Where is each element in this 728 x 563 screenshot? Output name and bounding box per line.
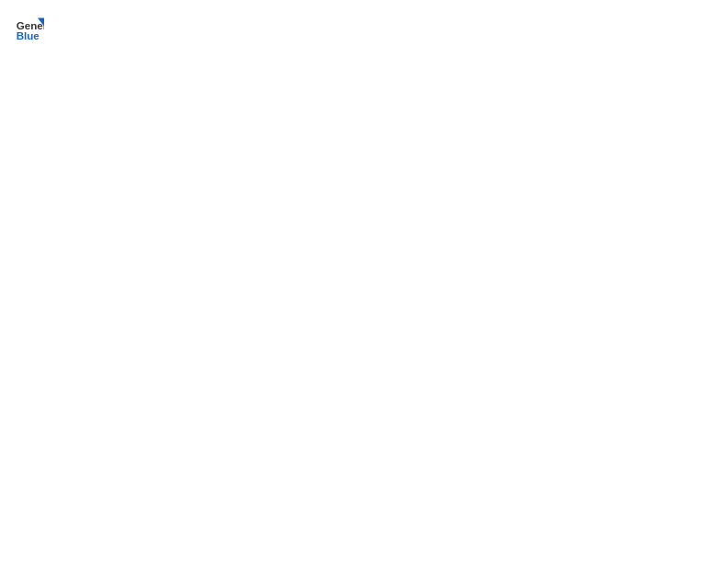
logo-icon: General Blue xyxy=(15,15,44,44)
logo: General Blue xyxy=(15,15,48,44)
page-header: General Blue xyxy=(15,15,713,44)
svg-text:Blue: Blue xyxy=(17,30,40,41)
